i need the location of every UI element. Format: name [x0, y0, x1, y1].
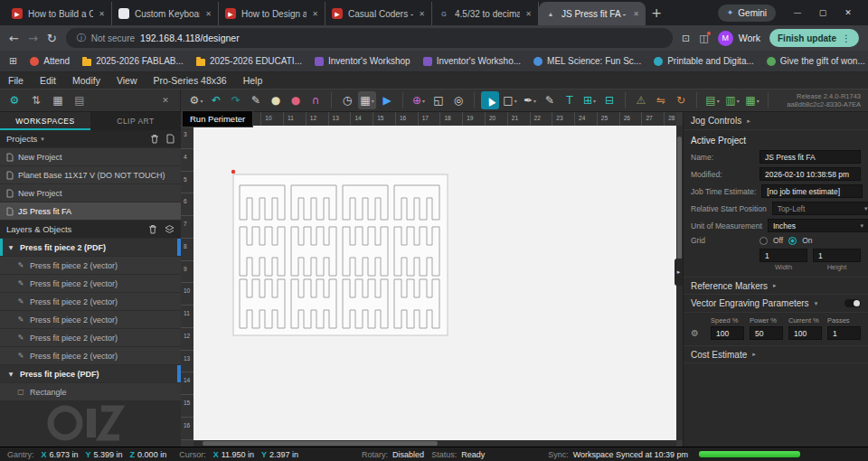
panel-close-icon[interactable]: ✕ — [156, 91, 175, 109]
tab-close-icon[interactable]: ✕ — [99, 10, 105, 18]
layer-item[interactable]: ✎ Press fit piece 2 (vector) — [0, 347, 181, 364]
cost-estimate-section[interactable]: Cost Estimate ▸ — [684, 345, 868, 363]
omnibox[interactable]: ⓘ Not secure 192.168.4.118/designer — [66, 28, 673, 48]
minimize-button[interactable]: — — [785, 8, 810, 17]
browser-tab[interactable]: ▶ Casual Coders - YouTub ✕ — [326, 2, 432, 25]
param-value-input[interactable]: 100 — [711, 326, 744, 340]
horizontal-scroll-thumb[interactable] — [203, 441, 438, 446]
rotate-icon[interactable]: ↻▾ — [672, 91, 690, 109]
update-menu-dots-icon[interactable]: ⋮ — [842, 33, 851, 43]
menu-item[interactable]: Modify — [64, 75, 108, 86]
app-settings-icon[interactable]: ⚙▾ — [187, 91, 205, 109]
gemini-button[interactable]: ✦Gemini — [718, 5, 776, 22]
dock-swap-icon[interactable]: ⇅ — [27, 91, 45, 109]
project-item[interactable]: Planet Base 11X17 V (DO NOT TOUCH) — [0, 166, 181, 183]
param-value-input[interactable]: 100 — [788, 326, 822, 340]
profile-button[interactable]: M Work — [718, 31, 760, 46]
fit-to-screen-icon[interactable]: ◱▾ — [429, 91, 448, 109]
cut-color-icon[interactable]: ●▾ — [287, 91, 305, 109]
layer-item[interactable]: ▢ Rectangle — [0, 383, 181, 400]
browser-tab[interactable]: Custom Keyboard From ✕ — [112, 2, 219, 25]
vertical-scroll-thumb[interactable] — [677, 136, 682, 272]
menu-item[interactable]: Pro-Series 48x36 — [146, 75, 235, 86]
undo-icon[interactable]: ↶▾ — [207, 91, 225, 109]
close-button[interactable]: ✕ — [835, 8, 861, 17]
flip-horizontal-icon[interactable]: ⇋▾ — [652, 91, 670, 109]
jog-controls-section[interactable]: Jog Controls ▸ — [684, 112, 868, 130]
browser-tab[interactable]: ▲ JS Press fit FA - Retina E ✕ — [539, 2, 646, 25]
shape-tool[interactable]: □▾ — [501, 91, 519, 109]
param-value-input[interactable]: 1 — [827, 326, 861, 340]
dock-layers-icon[interactable]: ▤ — [71, 91, 89, 109]
snap-objects-icon[interactable]: ⊟▾ — [600, 91, 618, 109]
bookmark-item[interactable]: 2025-2026 FABLAB... — [82, 56, 184, 66]
layer-item[interactable]: ✎ Press fit piece 2 (vector) — [0, 257, 181, 274]
site-info-icon[interactable]: ⓘ — [77, 32, 86, 44]
pen-tool[interactable]: ✒▾ — [521, 91, 539, 109]
text-tool[interactable]: T▾ — [561, 91, 579, 109]
new-project-icon[interactable] — [166, 134, 175, 144]
grid-height-input[interactable]: 1 — [813, 249, 861, 262]
extensions-icon[interactable]: ◫ — [699, 33, 708, 44]
bookmark-item[interactable]: Attend — [30, 56, 70, 66]
project-name-input[interactable]: JS Press fit FA — [760, 150, 861, 164]
select-tool[interactable]: ▲▾ — [481, 91, 499, 109]
back-icon[interactable]: ← — [9, 33, 19, 44]
grid-on-radio[interactable] — [788, 237, 797, 245]
snap-grid-icon[interactable]: ⊞▾ — [580, 91, 599, 109]
start-position-select[interactable]: Top-Left ▾ — [772, 202, 868, 215]
finish-update-button[interactable]: Finish update ⋮ — [769, 29, 859, 47]
horizontal-scrollbar[interactable] — [193, 440, 676, 447]
send-to-device-icon[interactable]: ⊡ — [682, 33, 690, 44]
pencil-tool[interactable]: ✎▾ — [541, 91, 559, 109]
bookmark-item[interactable]: Inventor's Worksho... — [423, 56, 521, 66]
panel-collapse-handle[interactable]: ▸ — [675, 259, 683, 286]
forward-icon[interactable]: → — [28, 33, 38, 44]
menu-item[interactable]: File — [0, 75, 32, 86]
bookmark-item[interactable]: Give the gift of won... — [767, 56, 865, 66]
distribute-tools-icon[interactable]: ▥▾ — [723, 91, 741, 109]
url-text[interactable]: 192.168.4.118/designer — [140, 33, 240, 43]
run-job-button[interactable]: ▶▾ — [378, 91, 396, 109]
layer-item[interactable]: ▼ Press fit piece (PDF) — [0, 365, 181, 382]
bookmark-item[interactable]: MEL Science: Fun Sc... — [533, 56, 641, 66]
magnet-icon[interactable]: ∩▾ — [307, 91, 325, 109]
project-item[interactable]: JS Press fit FA — [0, 202, 181, 220]
tab-close-icon[interactable]: ✕ — [633, 10, 639, 18]
trash-icon[interactable] — [150, 134, 159, 144]
redo-icon[interactable]: ↷▾ — [227, 91, 245, 109]
reload-icon[interactable]: ↻ — [47, 33, 57, 44]
params-toggle[interactable] — [844, 299, 861, 307]
trash-icon[interactable] — [148, 224, 157, 234]
layer-item[interactable]: ✎ Press fit piece 2 (vector) — [0, 275, 181, 292]
new-tab-button[interactable]: + — [646, 2, 667, 24]
layer-item[interactable]: ✎ Press fit piece 2 (vector) — [0, 293, 181, 310]
canvas-viewport[interactable] — [193, 126, 676, 440]
run-perimeter-button[interactable]: ▦▾ — [358, 91, 376, 109]
tab-workspaces[interactable]: WORKSPACES — [0, 112, 90, 130]
maximize-button[interactable]: ▢ — [810, 8, 835, 17]
layers-icon[interactable] — [165, 224, 175, 234]
job-timer-icon[interactable]: ◷▾ — [338, 91, 356, 109]
unit-select[interactable]: Inches ▾ — [768, 219, 868, 232]
eyedropper-icon[interactable]: ✎▾ — [247, 91, 265, 109]
project-item[interactable]: New Project — [0, 148, 181, 165]
bookmark-item[interactable]: Printable and Digita... — [654, 56, 754, 66]
project-item[interactable]: New Project — [0, 184, 181, 202]
browser-tab[interactable]: ▶ How to Build a Custom ✕ — [5, 2, 112, 25]
menu-item[interactable]: View — [108, 75, 146, 86]
warning-icon[interactable]: ⚠▾ — [632, 91, 650, 109]
param-value-input[interactable]: 50 — [750, 326, 783, 340]
layer-item[interactable]: ▼ Press fit piece 2 (PDF) — [0, 239, 181, 256]
engrave-color-icon[interactable]: ●▾ — [267, 91, 285, 109]
projects-header[interactable]: Projects ▾ — [0, 130, 181, 147]
browser-tab[interactable]: G 4.5/32 to decimal - Goo ✕ — [432, 2, 539, 25]
tab-close-icon[interactable]: ✕ — [419, 10, 425, 18]
group-tools-icon[interactable]: ▦▾ — [743, 91, 761, 109]
center-view-icon[interactable]: ◎▾ — [449, 91, 467, 109]
layer-item[interactable]: ✎ Press fit piece 2 (vector) — [0, 311, 181, 328]
align-tools-icon[interactable]: ▤▾ — [703, 91, 722, 109]
bookmark-item[interactable]: Inventor's Workshop — [315, 56, 410, 66]
job-origin-marker[interactable] — [231, 170, 235, 174]
layers-header[interactable]: Layers & Objects — [0, 221, 181, 238]
